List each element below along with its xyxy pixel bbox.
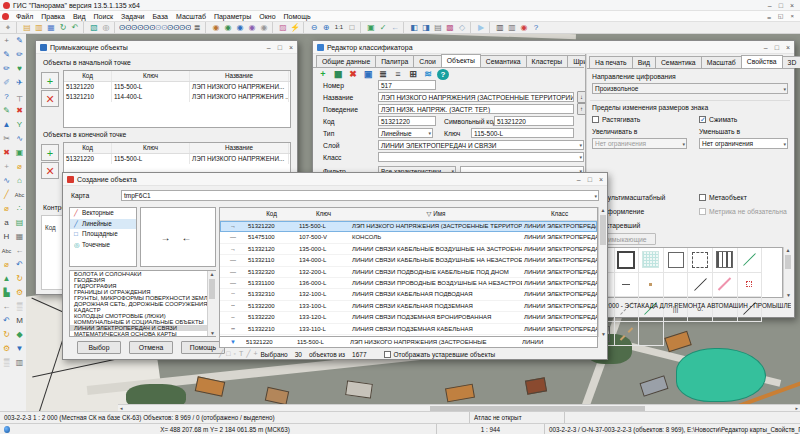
classifier-tab[interactable]: Объекты <box>441 54 481 67</box>
column-header[interactable]: Код <box>64 71 112 81</box>
left-toolbar-icon[interactable]: ↻ <box>1 328 13 342</box>
table-row[interactable]: 51321220115-500-LЛЭП НИЗКОГО НАПРЯЖЕНИ..… <box>64 154 290 164</box>
menu-помощь[interactable]: Помощь <box>280 13 315 20</box>
left-toolbar-icon[interactable]: ∿ <box>14 132 26 146</box>
classifier-titlebar[interactable]: Редактор классификатора – □ × <box>313 41 794 54</box>
column-header[interactable]: Ключ <box>112 71 190 81</box>
delete-start-object-button[interactable]: ✕ <box>41 90 59 107</box>
left-toolbar-icon[interactable]: Abc <box>1 244 13 258</box>
properties-tab[interactable]: Вид <box>632 56 656 68</box>
type-item[interactable]: ◎Точечные <box>70 240 136 251</box>
toolbar-icon[interactable]: ʘʘ <box>167 22 179 33</box>
menu-параметры[interactable]: Параметры <box>210 13 255 20</box>
toolbar-icon[interactable]: ʘʘ <box>131 22 143 33</box>
toolbar-icon[interactable]: ↶ <box>69 22 81 33</box>
left-toolbar-icon[interactable]: ⚙ <box>1 342 13 356</box>
type-item[interactable]: □Площадные <box>70 229 136 240</box>
object-column-header[interactable]: Ключ <box>297 208 350 220</box>
stretch-checkbox[interactable] <box>592 116 599 123</box>
create-minimize-button[interactable]: – <box>577 173 581 186</box>
object-column-header[interactable] <box>220 208 246 220</box>
select-button[interactable]: Выбор <box>77 341 121 354</box>
object-column-header[interactable]: Код <box>246 208 297 220</box>
left-toolbar-icon[interactable]: ▥ <box>14 356 26 370</box>
left-toolbar-icon[interactable]: ┬ <box>14 90 26 104</box>
properties-tab[interactable]: Свойства <box>741 55 783 68</box>
metric-checkbox[interactable] <box>699 208 706 215</box>
classifier-tab[interactable]: Общие данные <box>316 55 376 67</box>
toolbar-icon[interactable]: 1:1 <box>332 22 346 33</box>
toolbar-icon[interactable]: ≣ <box>191 22 203 33</box>
toolbar-icon[interactable]: ◉ <box>518 22 530 33</box>
classifier-toolbar-icon[interactable]: ≣ <box>377 69 389 80</box>
classifier-maximize-button[interactable]: □ <box>775 41 779 54</box>
draw-type-icon[interactable]: ╱ <box>219 350 223 358</box>
symbol-cell[interactable] <box>738 273 763 298</box>
left-toolbar-icon[interactable]: a <box>1 216 13 230</box>
toolbar-icon[interactable]: ʘʘ <box>179 22 191 33</box>
left-toolbar-icon[interactable]: ◆ <box>14 328 26 342</box>
left-toolbar-icon[interactable]: H <box>1 230 13 244</box>
adjacent-close-button[interactable]: × <box>289 41 293 54</box>
table-row[interactable]: 51321220115-500-LЛЭП НИЗКОГО НАПРЯЖЕНИ..… <box>64 82 290 92</box>
key-input[interactable]: 115-500-L <box>471 128 574 138</box>
menu-файл[interactable]: Файл <box>12 13 37 20</box>
toolbar-icon[interactable]: ▩ <box>444 22 456 33</box>
left-toolbar-icon[interactable]: ? <box>1 90 13 104</box>
draw-type-icon[interactable]: ╱ <box>246 350 250 358</box>
child-close-button[interactable]: × <box>790 10 794 23</box>
toolbar-icon[interactable]: ▨ <box>277 22 289 33</box>
short-name-input[interactable]: ЛЭП НИЗК. НАПРЯЖ. (ЗАСТР. ТЕР.) <box>378 104 574 114</box>
toolbar-icon[interactable]: ▧ <box>88 22 100 33</box>
symbol-cell[interactable] <box>664 248 689 273</box>
symbol-cell[interactable] <box>615 322 640 347</box>
symbol-cell[interactable] <box>738 248 763 273</box>
table-row[interactable]: 51321210114-400-LЛЭП НИЗКОГО НАПРЯЖЕНИЯ … <box>64 92 290 102</box>
left-toolbar-icon[interactable]: ▒ <box>14 300 26 314</box>
toolbar-icon[interactable]: ▦ <box>45 22 57 33</box>
decrease-dropdown[interactable]: Нет ограничения▾ <box>699 138 788 149</box>
left-toolbar-icon[interactable]: М <box>14 314 26 328</box>
increase-dropdown[interactable]: Нет ограничения▾ <box>592 138 687 149</box>
add-start-object-button[interactable]: + <box>41 72 59 89</box>
draw-type-icon[interactable]: ◦ <box>233 350 235 358</box>
properties-tab[interactable]: Масштаб <box>701 56 742 68</box>
left-toolbar-icon[interactable]: ⌀ <box>1 202 13 216</box>
left-toolbar-icon[interactable]: ▙ <box>1 286 13 300</box>
object-row[interactable]: —51332320132-200-LЛИНИИ СВЯЗИ ПОДВОДНЫЕ … <box>220 267 597 278</box>
toolbar-icon[interactable]: ▤ <box>432 22 444 33</box>
toolbar-icon[interactable]: ʘʘ <box>119 22 131 33</box>
object-column-header[interactable]: ▽ Имя <box>350 208 522 220</box>
object-row[interactable]: ┈51332310132-100-LЛИНИЯ СВЯЗИ КАБЕЛЬНАЯ … <box>220 289 597 300</box>
classifier-toolbar-icon[interactable]: ≡ <box>392 69 404 80</box>
toolbar-icon[interactable]: ʘʘ <box>155 22 167 33</box>
left-toolbar-icon[interactable]: ✈ <box>14 76 26 90</box>
left-toolbar-icon[interactable]: ╱ <box>1 188 13 202</box>
filter-row[interactable]: ▼ 51321220 115-500-L ЛЭП НИЗКОГО НАПРЯЖЕ… <box>219 337 598 348</box>
symbol-cell[interactable] <box>713 248 738 273</box>
left-toolbar-icon[interactable]: ▲ <box>1 118 13 132</box>
toolbar-icon[interactable]: ◎ <box>100 22 112 33</box>
symbol-cell[interactable]: ||| <box>664 297 689 322</box>
object-row[interactable]: —51331100136-000-LЛИНИИ СВЯЗИ ПРОВОДНЫЕ … <box>220 278 597 289</box>
toolbar-icon[interactable]: ? <box>530 22 542 33</box>
map-combobox[interactable]: tmpF6C1▾ <box>121 190 599 201</box>
toolbar-icon[interactable]: ⊖ <box>308 22 320 33</box>
adjacent-window-titlebar[interactable]: Примыкающие объекты – □ × <box>36 41 297 54</box>
toolbar-icon[interactable]: ◨ <box>420 22 432 33</box>
toolbar-icon[interactable]: ⌖ <box>2 22 14 33</box>
symbol-cell[interactable] <box>615 297 640 322</box>
toolbar-icon[interactable]: ◉ <box>210 22 222 33</box>
toolbar-icon[interactable]: ⚡ <box>289 22 301 33</box>
toolbar-icon[interactable]: ▥ <box>506 22 518 33</box>
category-item[interactable]: МАТЕМАТИЧЕСКАЯ ОСНОВА КАРТЫ <box>70 331 215 337</box>
symbol-grid[interactable]: Ψ|||o. <box>589 247 783 298</box>
shrink-checkbox[interactable]: ✓ <box>699 116 706 123</box>
symbol-cell[interactable]: o. <box>688 297 713 322</box>
left-toolbar-icon[interactable]: ✎ <box>1 48 13 62</box>
menu-правка[interactable]: Правка <box>37 13 69 20</box>
toolbar-icon[interactable]: ◉ <box>246 22 258 33</box>
left-toolbar-icon[interactable]: ∴ <box>14 202 26 216</box>
column-header[interactable]: Название <box>190 143 289 153</box>
left-toolbar-icon[interactable]: ← <box>14 244 26 258</box>
